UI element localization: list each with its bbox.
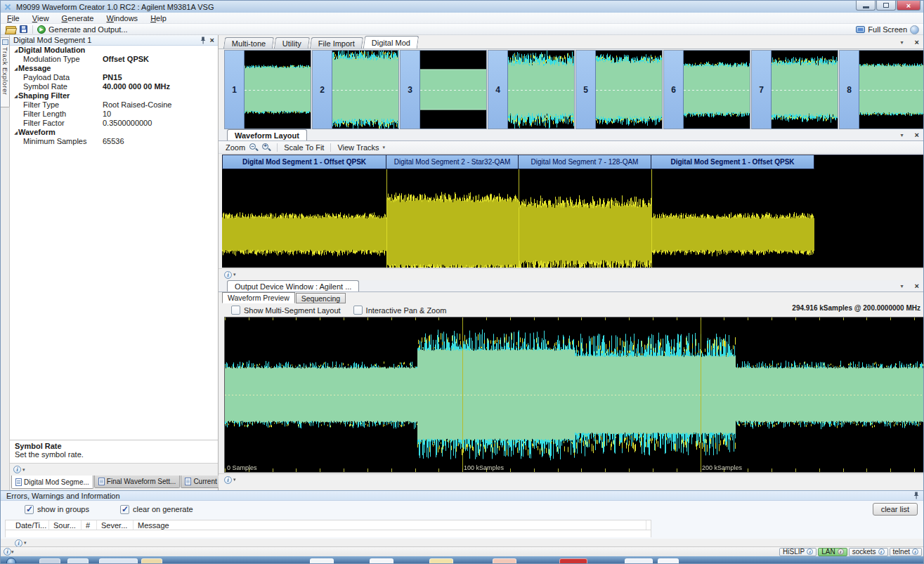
info-icon[interactable] bbox=[13, 466, 21, 473]
indicator-sockets[interactable]: sockets bbox=[849, 548, 888, 556]
indicator-telnet[interactable]: telnet bbox=[890, 548, 922, 556]
property-row[interactable]: Payload DataPN15 bbox=[10, 73, 218, 82]
taskbar-item[interactable] bbox=[429, 558, 453, 564]
column-header-sever[interactable]: Sever... bbox=[97, 520, 134, 530]
taskbar-item[interactable] bbox=[99, 558, 138, 564]
layout-menu-icon[interactable]: ▾ bbox=[901, 132, 904, 138]
taskbar-item[interactable] bbox=[39, 558, 60, 564]
property-row[interactable]: Minimum Samples65536 bbox=[10, 137, 218, 146]
tab-multi-tone[interactable]: Multi-tone bbox=[223, 37, 275, 48]
output-close-icon[interactable]: × bbox=[915, 282, 919, 289]
checkbox[interactable] bbox=[120, 505, 129, 514]
property-row[interactable]: Filter Factor0.3500000000 bbox=[10, 119, 218, 128]
layout-waveform-canvas[interactable] bbox=[222, 169, 923, 268]
property-value[interactable]: 65536 bbox=[103, 137, 218, 146]
chevron-down-icon[interactable]: ▾ bbox=[22, 467, 25, 473]
layout-segment-header[interactable]: Digital Mod Segment 1 - Offset QPSK bbox=[651, 155, 814, 169]
clear-list-button[interactable]: clear list bbox=[873, 503, 918, 516]
open-file-icon[interactable] bbox=[6, 25, 15, 33]
taskbar-item[interactable] bbox=[559, 558, 587, 564]
start-orb-icon[interactable] bbox=[6, 558, 16, 564]
menu-item-file[interactable]: File bbox=[1, 13, 26, 23]
taskbar-item[interactable] bbox=[310, 558, 334, 564]
info-icon[interactable] bbox=[4, 548, 11, 556]
taskbar-item[interactable] bbox=[370, 558, 393, 564]
output-device-window-tab[interactable]: Output Device Window : Agilent ... bbox=[227, 280, 359, 291]
tabs-menu-icon[interactable]: ▾ bbox=[901, 39, 904, 46]
waveform-preview-area[interactable]: 0 Samples100 kSamples200 kSamples bbox=[224, 317, 924, 473]
tabs-close-icon[interactable]: × bbox=[915, 39, 919, 46]
layout-segment-header[interactable]: Digital Mod Segment 2 - Star32-QAM bbox=[386, 155, 519, 169]
menu-item-windows[interactable]: Windows bbox=[100, 13, 144, 23]
preview-waveform-canvas[interactable] bbox=[225, 317, 924, 472]
menu-item-help[interactable]: Help bbox=[144, 13, 173, 23]
layout-close-icon[interactable]: × bbox=[915, 131, 919, 138]
taskbar-item[interactable] bbox=[67, 558, 89, 564]
sub-tab-sequencing[interactable]: Sequencing bbox=[296, 293, 346, 303]
property-value[interactable]: Root Raised-Cosine bbox=[103, 100, 218, 110]
checkbox[interactable] bbox=[25, 505, 34, 514]
waveform-layout-tab[interactable]: Waveform Layout bbox=[227, 129, 307, 140]
expander-icon[interactable]: ◢ bbox=[10, 64, 18, 73]
taskbar-item[interactable] bbox=[493, 558, 516, 564]
close-button[interactable]: × bbox=[897, 1, 920, 11]
track-explorer-tab[interactable]: Track Explorer bbox=[1, 37, 10, 107]
restore-button[interactable] bbox=[876, 1, 896, 11]
property-row[interactable]: Filter Length10 bbox=[10, 110, 218, 119]
taskbar-item[interactable] bbox=[658, 558, 679, 564]
property-group[interactable]: ◢Shaping Filter bbox=[10, 91, 218, 100]
chevron-down-icon[interactable]: ▾ bbox=[11, 549, 14, 555]
output-menu-icon[interactable]: ▾ bbox=[901, 283, 904, 289]
property-group[interactable]: ◢Digital Modulation bbox=[10, 46, 218, 55]
checkbox[interactable] bbox=[353, 306, 363, 315]
menu-item-generate[interactable]: Generate bbox=[56, 13, 100, 23]
column-header-sour[interactable]: Sour... bbox=[49, 520, 82, 530]
layout-segment-header[interactable]: Digital Mod Segment 7 - 128-QAM bbox=[519, 155, 651, 169]
property-group[interactable]: ◢Waveform bbox=[10, 128, 218, 137]
info-icon[interactable] bbox=[15, 539, 22, 547]
info-icon[interactable] bbox=[224, 271, 232, 279]
property-row[interactable]: Filter TypeRoot Raised-Cosine bbox=[10, 100, 218, 110]
property-value[interactable]: Offset QPSK bbox=[103, 55, 218, 64]
property-row[interactable]: Modulation TypeOffset QPSK bbox=[10, 55, 218, 64]
property-value[interactable]: 40.000 000 00 MHz bbox=[103, 82, 218, 91]
generate-output-button[interactable]: Generate and Output... bbox=[48, 25, 128, 34]
property-row[interactable]: Symbol Rate40.000 000 00 MHz bbox=[10, 82, 218, 91]
scale-to-fit-button[interactable]: Scale To Fit bbox=[284, 143, 324, 152]
segment-thumbnail-7[interactable]: 7 bbox=[751, 50, 838, 129]
full-screen-button[interactable]: Full Screen bbox=[868, 25, 907, 34]
panel-tab-2[interactable]: Final Waveform Sett... bbox=[94, 476, 181, 488]
errors-pin-icon[interactable] bbox=[913, 492, 919, 499]
windows-taskbar[interactable] bbox=[1, 556, 924, 564]
property-value[interactable]: 10 bbox=[103, 110, 218, 119]
close-panel-icon[interactable]: × bbox=[210, 37, 214, 44]
view-tracks-caret-icon[interactable]: ▾ bbox=[383, 145, 386, 150]
panel-tab-1[interactable]: Digital Mod Segme... bbox=[11, 476, 93, 489]
segment-thumbnail-4[interactable]: 4 bbox=[488, 50, 575, 129]
zoom-out-icon[interactable]: – bbox=[249, 143, 258, 152]
save-icon[interactable] bbox=[20, 25, 27, 33]
segment-thumbnail-8[interactable]: 8 bbox=[839, 50, 924, 129]
sub-tab-waveform-preview[interactable]: Waveform Preview bbox=[222, 292, 295, 303]
pin-icon[interactable] bbox=[200, 37, 206, 44]
expander-icon[interactable]: ◢ bbox=[10, 91, 18, 100]
chevron-down-icon[interactable]: ▾ bbox=[233, 272, 236, 277]
indicator-lan[interactable]: LAN bbox=[818, 548, 847, 556]
tab-file-import[interactable]: File Import bbox=[310, 37, 363, 48]
taskbar-item[interactable] bbox=[625, 558, 653, 564]
column-header-message[interactable]: Message bbox=[134, 520, 646, 530]
segment-thumbnail-3[interactable]: 3 bbox=[400, 50, 487, 129]
property-group[interactable]: ◢Message bbox=[10, 64, 218, 73]
tab-digital-mod[interactable]: Digital Mod bbox=[363, 36, 419, 48]
segment-thumbnail-1[interactable]: 1 bbox=[224, 50, 311, 129]
menu-item-view[interactable]: View bbox=[26, 13, 56, 23]
segment-thumbnail-5[interactable]: 5 bbox=[575, 50, 663, 129]
property-value[interactable]: PN15 bbox=[103, 73, 218, 82]
layout-segment-header[interactable]: Digital Mod Segment 1 - Offset QPSK bbox=[222, 155, 386, 169]
chevron-down-icon[interactable]: ▾ bbox=[233, 477, 236, 483]
chevron-down-icon[interactable]: ▾ bbox=[24, 540, 27, 546]
full-screen-icon[interactable] bbox=[856, 26, 865, 33]
segment-thumbnail-2[interactable]: 2 bbox=[312, 50, 399, 129]
indicator-hislip[interactable]: HiSLIP bbox=[779, 548, 816, 556]
property-value[interactable]: 0.3500000000 bbox=[103, 119, 218, 128]
